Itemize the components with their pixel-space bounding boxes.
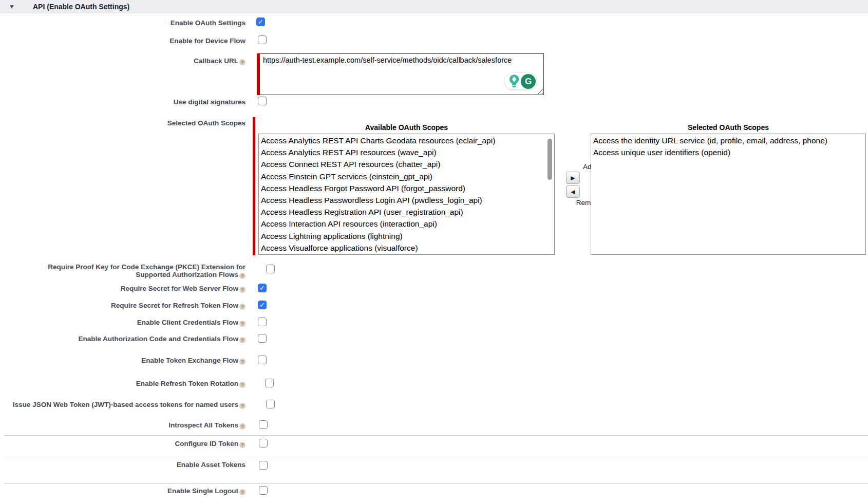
require-secret-web-server-flow-checkbox[interactable] [258,284,267,292]
available-scopes-header: Available OAuth Scopes [258,123,555,132]
enable-auth-code-credentials-flow-checkbox[interactable] [258,334,267,343]
scope-option[interactable]: Access the identity URL service (id, pro… [591,135,865,146]
lightbulb-icon [508,74,520,88]
scope-option[interactable]: Access Visualforce applications (visualf… [259,242,554,254]
help-icon[interactable]: ? [239,359,246,365]
scope-option[interactable]: Access Einstein GPT services (einstein_g… [259,171,554,182]
scope-option[interactable]: Access Interaction API resources (intera… [259,218,554,230]
scope-option[interactable]: Access Lightning applications (lightning… [259,230,554,242]
enable-oauth-settings-checkbox[interactable] [256,17,265,26]
remove-scope-button[interactable]: ◀ [566,185,580,198]
field-label: Enable Client Credentials Flow? [0,319,246,327]
help-icon[interactable]: ? [239,273,246,279]
help-icon[interactable]: ? [239,321,246,327]
scrollbar-thumb[interactable] [548,139,552,180]
scope-option[interactable]: Access Analytics REST API Charts Geodata… [259,135,554,146]
field-label: Enable Authorization Code and Credential… [0,335,246,343]
field-label: Enable for Device Flow [0,37,246,45]
field-label: Selected OAuth Scopes [0,119,246,127]
field-label: Require Proof Key for Code Exchange (PKC… [34,263,246,279]
left-arrow-icon: ◀ [571,189,575,195]
callback-url-field-wrap: https://auth-test.example.com/self-servi… [259,53,544,95]
add-scope-button[interactable]: ▶ [566,172,580,184]
pkce-checkbox[interactable] [266,265,275,273]
field-label: Configure ID Token? [0,440,246,448]
collapse-arrow-icon[interactable]: ▼ [9,0,15,13]
help-icon[interactable]: ? [239,287,246,293]
require-secret-refresh-token-flow-checkbox[interactable] [258,301,267,309]
field-label: Enable Asset Tokens [0,461,246,469]
field-label: Use digital signatures [0,98,246,106]
grammarly-widget[interactable]: G [504,72,537,90]
scope-option[interactable]: Access Headless Registration API (user_r… [259,206,554,218]
help-icon[interactable]: ? [239,59,246,65]
introspect-all-tokens-checkbox[interactable] [259,420,268,429]
help-icon[interactable]: ? [239,304,246,310]
help-icon[interactable]: ? [239,382,246,388]
field-label: Introspect All Tokens? [0,421,246,430]
divider [4,483,868,484]
available-scopes-column: Available OAuth Scopes Access Analytics … [258,117,555,256]
scope-option[interactable]: Access Headless Passwordless Login API (… [259,194,554,206]
selected-scopes-header: Selected OAuth Scopes [591,123,866,132]
scope-option[interactable]: Access Connect REST API resources (chatt… [259,158,554,170]
field-label: Enable Single Logout? [0,487,246,495]
field-label: Require Secret for Refresh Token Flow? [0,302,246,310]
help-icon[interactable]: ? [239,423,246,430]
field-label: Enable OAuth Settings [0,19,246,27]
scope-option[interactable]: Access Analytics REST API resources (wav… [259,146,554,158]
required-field-bar [253,117,255,255]
enable-token-exchange-flow-checkbox[interactable] [258,356,267,364]
grammarly-g-icon: G [521,74,536,89]
divider [4,457,868,457]
enable-asset-tokens-checkbox[interactable] [259,461,268,470]
available-scopes-listbox[interactable]: Access Analytics REST API Charts Geodata… [258,134,555,255]
divider [4,435,868,436]
help-icon[interactable]: ? [239,489,246,495]
configure-id-token-checkbox[interactable] [259,439,268,447]
callback-url-textarea[interactable]: https://auth-test.example.com/self-servi… [259,53,544,95]
field-label: Enable Token Exchange Flow? [0,357,246,365]
enable-for-device-flow-checkbox[interactable] [258,35,267,44]
scope-option[interactable]: Access Headless Forgot Password API (for… [259,182,554,194]
section-header: ▼ API (Enable OAuth Settings) [0,0,868,13]
use-digital-signatures-checkbox[interactable] [258,97,267,105]
help-icon[interactable]: ? [239,337,246,343]
selected-scopes-listbox[interactable]: Access the identity URL service (id, pro… [591,134,866,255]
enable-client-credentials-flow-checkbox[interactable] [258,318,267,326]
enable-refresh-token-rotation-checkbox[interactable] [265,379,274,387]
section-title: API (Enable OAuth Settings) [33,0,129,13]
help-icon[interactable]: ? [239,403,246,409]
right-arrow-icon: ▶ [571,175,575,181]
issue-jwt-named-users-checkbox[interactable] [266,400,275,408]
scope-option[interactable]: Access unique user identifiers (openid) [591,146,865,158]
field-label: Issue JSON Web Token (JWT)-based access … [0,401,246,409]
help-icon[interactable]: ? [239,442,246,448]
enable-single-logout-checkbox[interactable] [259,486,268,495]
field-label: Enable Refresh Token Rotation? [0,380,246,388]
selected-scopes-column: Selected OAuth Scopes Access the identit… [591,117,866,256]
field-label: Require Secret for Web Server Flow? [0,285,246,293]
field-label: Callback URL? [0,57,246,65]
